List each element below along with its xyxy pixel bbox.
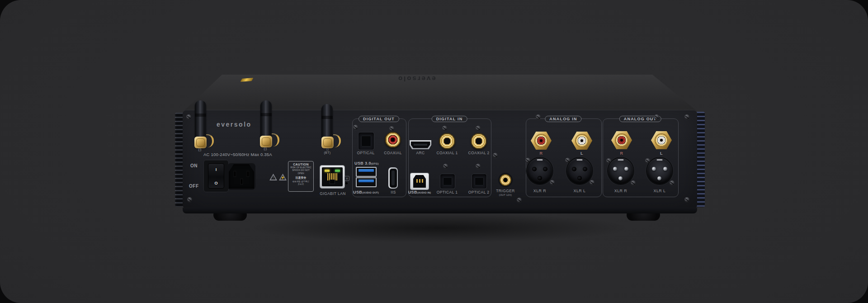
wifi-icon: ((·)) [264, 147, 267, 150]
brand-logo: eversolo [217, 121, 252, 128]
power-switch-rocker[interactable]: I O [208, 163, 224, 189]
chassis-bottom-edge [183, 208, 697, 213]
analog-out-xlr-l-label: XLR L [648, 189, 671, 193]
arc-label: ARC [411, 151, 429, 155]
panel-screw [476, 164, 481, 169]
optical-out-label: OPTICAL [353, 151, 378, 155]
ac-rating-text: AC 100-240V~50/60Hz Max 0.35A [203, 152, 272, 157]
warning-exclamation-icon: ! [269, 174, 277, 180]
usb-audio-out-main: USB [353, 190, 362, 194]
optical-out-port[interactable] [358, 132, 374, 150]
usb-a-port-1[interactable] [356, 167, 377, 177]
optical-in-1-port[interactable] [440, 174, 455, 189]
wifi-antenna-right [260, 100, 272, 137]
analog-out-xlr-r-label: XLR R [609, 189, 632, 193]
wifi-antenna-left-base [194, 137, 207, 148]
usb3-label-main: USB 3.0 [354, 161, 371, 166]
power-switch[interactable]: I O [203, 160, 229, 192]
optical-2-label: OPTICAL 2 [466, 190, 491, 194]
usb-audio-in-label: USB(AUDIO IN) [406, 190, 433, 194]
top-face-shading [181, 73, 699, 113]
panel-screw [493, 153, 498, 158]
caution-line1: RISK OF ELECTRIC [290, 166, 311, 169]
panel-screw [442, 126, 447, 131]
switch-on-symbol: I [208, 167, 224, 172]
trigger-label: TRIGGER [494, 189, 517, 193]
rj45-latch-slot [330, 180, 335, 184]
panel-screw [684, 114, 689, 119]
bluetooth-icon: (·) [326, 147, 328, 151]
panel-screw [476, 126, 481, 131]
xlr-screw [525, 158, 530, 163]
caution-cn-line1: 有电危险 请不要打 [292, 180, 309, 183]
coaxial-out-jack[interactable] [385, 132, 401, 148]
bluetooth-antenna [321, 104, 333, 138]
top-engraved-logo: eversolo [397, 75, 436, 83]
ac-pin-slot [234, 171, 236, 177]
analog-out-xlr-r-port[interactable] [608, 158, 633, 184]
usb-audio-in-main: USB [408, 190, 417, 194]
analog-out-xlr-l-port[interactable] [647, 158, 672, 184]
usb-audio-in-sub: (AUDIO IN) [417, 191, 431, 194]
coaxial-1-label: COAXIAL 1 [434, 151, 460, 155]
xlr-screw [590, 180, 594, 185]
rj45-socket [322, 167, 343, 186]
usb-b-audio-in-port[interactable] [410, 173, 429, 189]
analog-out-l-label: L [658, 151, 665, 156]
iis-port[interactable] [388, 167, 398, 189]
panel-screw [389, 126, 394, 131]
panel-screw [443, 164, 448, 169]
panel-screw [654, 114, 659, 119]
warning-electric-icon: ⚡ [279, 174, 287, 180]
ac-pin-slot [241, 179, 243, 185]
section-title-digital-in: DIGITAL IN [432, 116, 467, 122]
chassis-top-face: eversolo [181, 73, 699, 113]
gigabit-lan-port[interactable] [320, 166, 344, 188]
analog-in-xlr-l-port[interactable] [567, 158, 592, 184]
lan-led-green [335, 170, 340, 172]
xlr-screw [606, 158, 611, 163]
panel-screw [187, 197, 192, 202]
analog-in-xlr-l-label: XLR L [568, 189, 591, 193]
xlr-screw [565, 158, 570, 163]
panel-screw [353, 125, 358, 130]
ac-pin-slot [247, 171, 249, 177]
section-analog-out [603, 118, 679, 197]
coaxial-in-1-jack[interactable] [439, 133, 455, 149]
analog-in-xlr-r-label: XLR R [528, 189, 552, 193]
analog-in-xlr-r-port[interactable] [527, 158, 552, 184]
panel-screw [684, 197, 689, 202]
usb3-otg-label: USB 3.0(OTG) [354, 161, 382, 166]
reset-label-box: R [344, 176, 349, 181]
usb-audio-out-sub: (AUDIO OUT) [362, 191, 379, 194]
hdmi-arc-port[interactable] [410, 140, 431, 149]
optical-1-label: OPTICAL 1 [434, 190, 460, 194]
analog-in-r-label: R [538, 151, 545, 156]
panel-screw [186, 114, 191, 119]
caution-line2: SHOCK DO NOT [292, 169, 310, 171]
usb3-label-sub: (OTG) [371, 162, 379, 165]
power-off-label: OFF [189, 184, 199, 189]
lan-led-yellow [325, 170, 330, 172]
trigger-sub-label: (OUT 12V) [494, 194, 517, 196]
caution-cn-title: 注意安全 [289, 176, 313, 180]
usb-a-port-2[interactable] [356, 177, 377, 187]
power-on-label: ON [190, 163, 198, 168]
reset-pinhole[interactable] [345, 182, 348, 185]
analog-out-r-label: R [618, 151, 625, 156]
caution-sticker: CAUTION RISK OF ELECTRIC SHOCK DO NOT OP… [288, 161, 314, 192]
ac-inlet-socket [229, 164, 254, 189]
coaxial-2-label: COAXIAL 2 [466, 151, 491, 155]
caution-cn-line2: 开机器 [298, 183, 304, 185]
xlr-screw [631, 180, 636, 185]
section-title-analog-in: ANALOG IN [545, 116, 581, 122]
coaxial-in-2-jack[interactable] [471, 133, 487, 149]
optical-in-2-port[interactable] [472, 174, 487, 189]
wifi-antenna-right-base [260, 136, 272, 147]
panel-screw [536, 114, 541, 119]
product-photo-eversolo-rear-panel: eversolo ((·)) ((·)) (·) (BT) eversolo A… [0, 0, 868, 303]
reset-label: R [346, 177, 348, 180]
coaxial-out-label: COAXIAL [380, 151, 406, 155]
trigger-out-jack[interactable] [500, 174, 511, 186]
bt-antenna-label: (BT) [319, 151, 335, 154]
